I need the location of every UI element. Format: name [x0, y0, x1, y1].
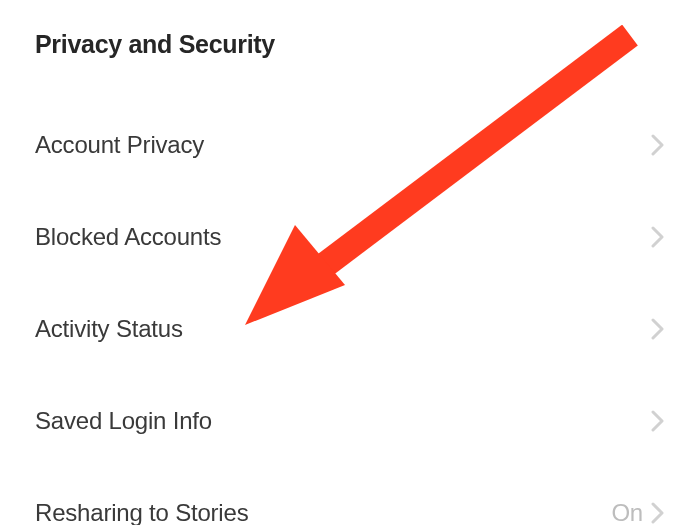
menu-item-activity-status[interactable]: Activity Status — [35, 283, 665, 375]
menu-item-label: Resharing to Stories — [35, 499, 248, 525]
settings-container: Privacy and Security Account Privacy Blo… — [0, 0, 700, 525]
chevron-right-icon — [651, 226, 665, 248]
menu-item-saved-login-info[interactable]: Saved Login Info — [35, 375, 665, 467]
menu-item-label: Account Privacy — [35, 131, 204, 159]
chevron-right-icon — [651, 134, 665, 156]
menu-item-right — [643, 226, 665, 248]
menu-item-right — [643, 410, 665, 432]
menu-item-label: Blocked Accounts — [35, 223, 221, 251]
menu-item-right — [643, 134, 665, 156]
menu-item-blocked-accounts[interactable]: Blocked Accounts — [35, 191, 665, 283]
chevron-right-icon — [651, 410, 665, 432]
menu-item-account-privacy[interactable]: Account Privacy — [35, 99, 665, 191]
menu-item-resharing-to-stories[interactable]: Resharing to Stories On — [35, 467, 665, 525]
menu-item-value: On — [611, 499, 643, 525]
menu-list: Account Privacy Blocked Accounts Activit… — [35, 99, 665, 525]
menu-item-right — [643, 318, 665, 340]
menu-item-label: Saved Login Info — [35, 407, 212, 435]
chevron-right-icon — [651, 318, 665, 340]
section-title: Privacy and Security — [35, 30, 665, 59]
menu-item-right: On — [611, 499, 665, 525]
menu-item-label: Activity Status — [35, 315, 183, 343]
chevron-right-icon — [651, 502, 665, 524]
